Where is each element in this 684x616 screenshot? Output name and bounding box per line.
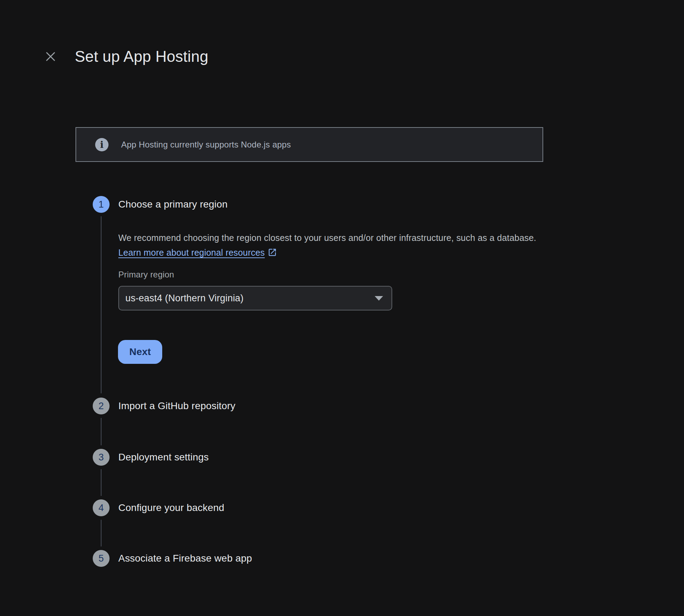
step-1-description-text: We recommend choosing the region closest… bbox=[118, 233, 536, 243]
step-4-indicator: 4 bbox=[93, 499, 110, 516]
primary-region-select[interactable]: us-east4 (Northern Virginia) bbox=[118, 286, 392, 310]
step-1-title: Choose a primary region bbox=[118, 198, 228, 210]
step-3-title: Deployment settings bbox=[118, 451, 209, 463]
primary-region-value: us-east4 (Northern Virginia) bbox=[125, 293, 244, 304]
page-title: Set up App Hosting bbox=[75, 47, 208, 66]
step-1-description: We recommend choosing the region closest… bbox=[118, 230, 545, 260]
step-4-title: Configure your backend bbox=[118, 502, 224, 514]
regional-resources-link[interactable]: Learn more about regional resources bbox=[118, 248, 277, 257]
step-1-indicator: 1 bbox=[93, 196, 110, 213]
step-2-title: Import a GitHub repository bbox=[118, 400, 236, 412]
stepper-connector bbox=[101, 216, 101, 393]
info-banner-text: App Hosting currently supports Node.js a… bbox=[121, 140, 291, 150]
open-in-new-icon bbox=[268, 248, 277, 257]
stepper-connector bbox=[101, 469, 101, 496]
step-5-title: Associate a Firebase web app bbox=[118, 552, 252, 564]
close-icon bbox=[45, 51, 56, 62]
dropdown-arrow-icon bbox=[375, 296, 383, 301]
step-2-indicator: 2 bbox=[93, 398, 110, 414]
info-banner: i App Hosting currently supports Node.js… bbox=[75, 127, 543, 162]
step-3-indicator: 3 bbox=[93, 449, 110, 466]
next-button[interactable]: Next bbox=[118, 340, 162, 364]
app-hosting-setup-dialog: Set up App Hosting i App Hosting current… bbox=[0, 0, 684, 616]
primary-region-label: Primary region bbox=[118, 270, 174, 280]
step-5-indicator: 5 bbox=[93, 550, 110, 567]
info-icon: i bbox=[95, 138, 108, 151]
close-button[interactable] bbox=[41, 47, 60, 66]
stepper-connector bbox=[101, 520, 101, 546]
stepper-connector bbox=[101, 418, 101, 445]
